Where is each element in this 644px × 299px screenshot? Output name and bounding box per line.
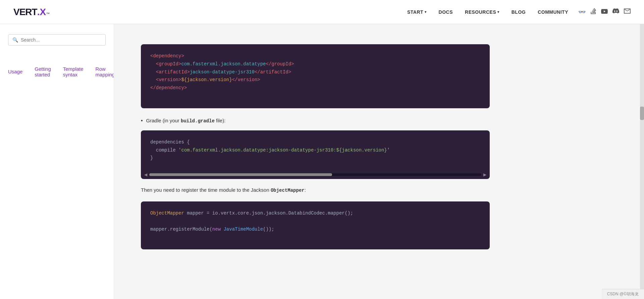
sidebar-item-template-syntax[interactable]: Template syntax: [63, 64, 84, 80]
search-box[interactable]: 🔍: [8, 34, 106, 46]
scrollbar-container: ◀ ▶: [141, 170, 490, 179]
sidebar-item-usage[interactable]: Usage: [8, 66, 22, 77]
chevron-down-icon-resources: ▾: [497, 10, 499, 14]
code-block-maven: <dependency> <groupId>com.fasterxml.jack…: [141, 44, 490, 108]
envelope-icon[interactable]: [624, 8, 631, 15]
scroll-left-arrow[interactable]: ◀: [144, 172, 147, 177]
objectmapper-code: ObjectMapper: [271, 188, 305, 193]
chevron-down-icon: ▾: [425, 10, 427, 14]
header: VERT.X™ START ▾ DOCS RESOURCES ▾ BLOG CO…: [0, 0, 644, 24]
logo-dot: .: [37, 7, 40, 17]
sidebar-item-row-mapping[interactable]: Row mapping: [96, 64, 114, 80]
nav-resources[interactable]: RESOURCES ▾: [465, 9, 499, 15]
logo-x: X: [40, 7, 46, 17]
nav-blog[interactable]: BLOG: [512, 9, 526, 15]
bullet-gradle: • Gradle (in your build.gradle file):: [141, 118, 490, 124]
scroll-track[interactable]: [149, 173, 481, 176]
discord-icon[interactable]: [612, 8, 619, 15]
bullet-dot: •: [141, 118, 143, 124]
scroll-thumb: [149, 173, 332, 176]
nav-docs[interactable]: DOCS: [439, 9, 453, 15]
build-gradle-code: build.gradle: [181, 118, 215, 124]
bottom-bar: CSDN @©胡海龙: [602, 289, 644, 299]
logo: VERT.X™: [13, 7, 50, 17]
code-block-objectmapper: ObjectMapper mapper = io.vertx.core.json…: [141, 201, 490, 249]
social-icons: 👓: [578, 8, 631, 16]
logo-vert: VERT: [13, 7, 37, 17]
stackoverflow-icon[interactable]: [590, 8, 596, 16]
sidebar-nav: Usage Getting started Template syntax Ro…: [8, 55, 106, 88]
logo-tm: ™: [46, 12, 50, 16]
sidebar: 🔍 Usage Getting started Template syntax …: [0, 24, 114, 299]
main-nav: START ▾ DOCS RESOURCES ▾ BLOG COMMUNITY: [407, 9, 568, 15]
scroll-right-arrow[interactable]: ▶: [483, 172, 486, 177]
code-block-gradle: dependencies { compile 'com.fasterxml.ja…: [141, 130, 490, 170]
code-block-gradle-wrapper: dependencies { compile 'com.fasterxml.ja…: [141, 130, 490, 179]
right-scrollbar[interactable]: [640, 24, 644, 299]
nav-community[interactable]: COMMUNITY: [538, 9, 568, 15]
search-input[interactable]: [21, 37, 101, 43]
search-icon: 🔍: [12, 37, 18, 43]
main-content: <dependency> <groupId>com.fasterxml.jack…: [114, 24, 517, 299]
nav-start[interactable]: START ▾: [407, 9, 427, 15]
page-wrapper: 🔍 Usage Getting started Template syntax …: [0, 24, 644, 299]
paragraph-register: Then you need to register the time modul…: [141, 186, 490, 195]
youtube-icon[interactable]: [601, 8, 608, 15]
scrollbar-thumb: [640, 107, 644, 120]
bullet-text: Gradle (in your build.gradle file):: [146, 118, 226, 124]
sidebar-item-getting-started[interactable]: Getting started: [35, 64, 51, 80]
glasses-icon[interactable]: 👓: [578, 8, 586, 16]
